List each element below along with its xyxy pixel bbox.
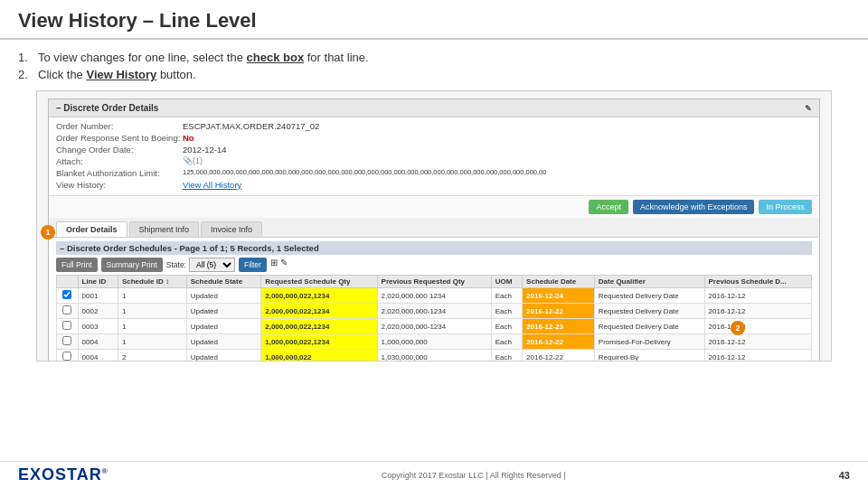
field-attach: Attach: 📎(1) — [56, 156, 812, 166]
row-3-line-id: 0003 — [78, 319, 118, 334]
action-buttons-row: Accept Acknowledge with Exceptions In Pr… — [49, 195, 819, 218]
footer-copyright: Copyright 2017 Exostar LLC | All Rights … — [382, 471, 566, 480]
row-3-checkbox[interactable] — [62, 321, 71, 330]
row-2-prev-sched: 2016-12-12 — [704, 304, 811, 319]
field-view-history: View History: View All History — [56, 180, 812, 190]
table-row: 0002 1 Updated 2,000,000,022,1234 2,020,… — [57, 304, 812, 319]
row-1-req-qty: 2,000,000,022,1234 — [261, 288, 377, 304]
row-3-req-qty: 2,000,000,022,1234 — [261, 319, 377, 334]
row-4-prev-sched: 2016-12-12 — [704, 334, 811, 350]
page-footer: EXOSTAR® Copyright 2017 Exostar LLC | Al… — [0, 461, 868, 488]
col-prev-sched: Previous Schedule D... — [704, 276, 811, 288]
row-2-line-id: 0002 — [78, 304, 118, 319]
row-4-schedule-id: 1 — [118, 334, 186, 350]
full-print-button[interactable]: Full Print — [56, 258, 98, 272]
row-3-state: Updated — [186, 319, 260, 334]
row-2-sched-date: 2016-12-22 — [523, 304, 595, 319]
col-req-qty: Requested Schedule Qty — [261, 276, 377, 288]
callout-2: 2 — [731, 321, 745, 335]
row-1-checkbox[interactable] — [62, 290, 71, 299]
row-4-checkbox[interactable] — [62, 336, 71, 345]
row-1-prev-qty: 2,020,000,000 1234 — [377, 288, 491, 304]
col-prev-qty: Previous Requested Qty — [377, 276, 491, 288]
instruction-1: 1. To view changes for one line, select … — [18, 51, 850, 64]
row-3-uom: Each — [491, 319, 522, 334]
in-process-button[interactable]: In Process — [759, 200, 812, 214]
col-schedule-state: Schedule State — [186, 276, 260, 288]
field-order-response: Order Response Sent to Boeing: No — [56, 133, 812, 143]
row-1-date-qual: Requested Delivery Date — [594, 288, 704, 304]
instruction-2-num: 2. — [18, 68, 38, 81]
row-2-uom: Each — [491, 304, 522, 319]
field-change-order-date: Change Order Date: 2012-12-14 — [56, 145, 812, 155]
row-3-sched-date: 2016-12-23 — [523, 319, 595, 334]
instruction-2: 2. Click the View History button. — [18, 68, 850, 81]
row-1-state: Updated — [186, 288, 260, 304]
row-2-state: Updated — [186, 304, 260, 319]
row-3-schedule-id: 1 — [118, 319, 186, 334]
callout-1: 1 — [41, 225, 55, 239]
table-row: 0004 1 Updated 1,000,000,022,1234 1,000,… — [57, 334, 812, 350]
filter-button[interactable]: Filter — [239, 258, 267, 272]
row-2-checkbox[interactable] — [62, 305, 71, 314]
instruction-list: 1. To view changes for one line, select … — [18, 51, 850, 81]
row-4-state: Updated — [186, 334, 260, 350]
row-5-state: Updated — [186, 350, 260, 362]
table-toolbar: Full Print Summary Print State: All (5) … — [56, 258, 812, 272]
modal-body: Order Number: ESCPJAT.MAX.ORDER.240717_0… — [49, 117, 819, 195]
row-1-prev-sched: 2016-12-12 — [704, 288, 811, 304]
state-dropdown[interactable]: All (5) — [189, 258, 235, 272]
tab-bar: Order Details Shipment Info Invoice Info — [49, 218, 819, 238]
row-5-schedule-id: 2 — [118, 350, 186, 362]
row-4-sched-date: 2016-12-22 — [523, 334, 595, 350]
row-3-prev-qty: 2,020,000,000-1234 — [377, 319, 491, 334]
accept-button[interactable]: Accept — [589, 200, 628, 214]
col-sched-date: Schedule Date — [523, 276, 595, 288]
tab-shipment-info[interactable]: Shipment Info — [129, 221, 200, 237]
row-5-date-qual: Required-By — [594, 350, 704, 362]
row-2-req-qty: 2,000,000,022,1234 — [261, 304, 377, 319]
col-line-id: Line ID — [78, 276, 118, 288]
table-toolbar-left: Full Print Summary Print State: All (5) … — [56, 258, 288, 272]
modal-title: – Discrete Order Details — [56, 103, 158, 113]
tab-order-details[interactable]: Order Details — [56, 221, 127, 237]
row-5-uom: Each — [491, 350, 522, 362]
modal-box: – Discrete Order Details ✎ Order Number:… — [48, 99, 820, 361]
footer-logo: EXOSTAR® — [18, 465, 108, 484]
footer-logo-sup: ® — [102, 467, 108, 475]
row-5-sched-date: 2016-12-22 — [523, 350, 595, 362]
table-header-row: Line ID Schedule ID ↕ Schedule State Req… — [57, 276, 812, 288]
page-title: View History – Line Level — [18, 9, 850, 33]
row-1-schedule-id: 1 — [118, 288, 186, 304]
tab-invoice-info[interactable]: Invoice Info — [201, 221, 262, 237]
summary-print-button[interactable]: Summary Print — [101, 258, 163, 272]
row-5-checkbox[interactable] — [62, 352, 71, 361]
acknowledge-exceptions-button[interactable]: Acknowledge with Exceptions — [633, 200, 755, 214]
row-3-date-qual: Requested Delivery Date — [594, 319, 704, 334]
row-5-prev-sched: 2016-12-12 — [704, 350, 811, 362]
row-4-req-qty: 1,000,000,022,1234 — [261, 334, 377, 350]
modal-header: – Discrete Order Details ✎ — [49, 99, 819, 117]
page-header: View History – Line Level — [0, 0, 868, 40]
page-number: 43 — [839, 470, 850, 481]
table-section-header: – Discrete Order Schedules - Page 1 of 1… — [56, 241, 812, 255]
instruction-1-num: 1. — [18, 51, 38, 64]
main-content: 1. To view changes for one line, select … — [0, 40, 868, 369]
col-checkbox — [57, 276, 79, 288]
field-blanket-auth: Blanket Authorization Limit: 125,000,000… — [56, 168, 812, 178]
data-table: Line ID Schedule ID ↕ Schedule State Req… — [56, 275, 812, 361]
instruction-2-text: Click the View History button. — [38, 68, 196, 81]
row-1-sched-date: 2016-12-24 — [523, 288, 595, 304]
row-2-prev-qty: 2,020,000,000-1234 — [377, 304, 491, 319]
screenshot-area: 1 – Discrete Order Details ✎ Order Numbe… — [36, 90, 832, 361]
instruction-1-text: To view changes for one line, select the… — [38, 51, 369, 64]
row-2-date-qual: Requested Delivery Date — [594, 304, 704, 319]
table-row: 0001 1 Updated 2,000,000,022,1234 2,020,… — [57, 288, 812, 304]
table-icons[interactable]: ⊞ ✎ — [270, 258, 288, 272]
row-1-uom: Each — [491, 288, 522, 304]
row-4-uom: Each — [491, 334, 522, 350]
row-4-date-qual: Promised-For-Delivery — [594, 334, 704, 350]
edit-icon[interactable]: ✎ — [805, 104, 812, 113]
row-5-req-qty: 1,000,000,022 — [261, 350, 377, 362]
col-schedule-id: Schedule ID ↕ — [118, 276, 186, 288]
